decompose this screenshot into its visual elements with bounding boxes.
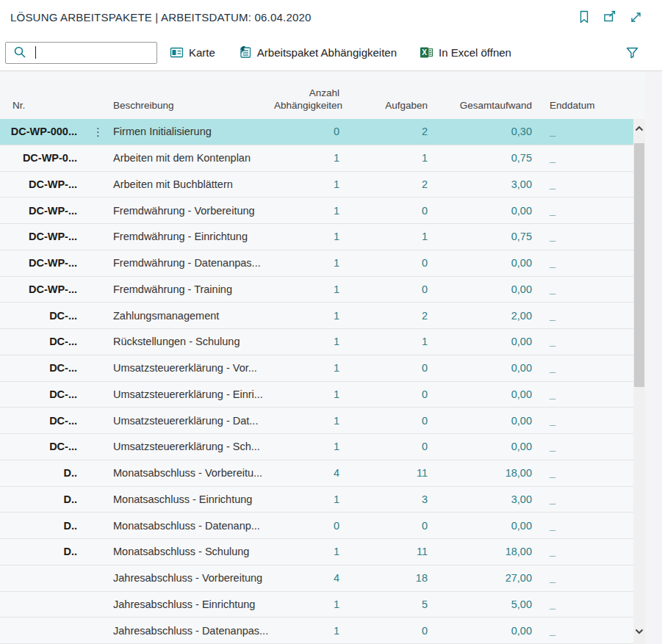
row-beschreibung[interactable]: Monatsabschluss - Datenanp... [107, 520, 274, 532]
row-enddatum[interactable]: _ [538, 310, 633, 322]
row-nr[interactable]: DC-WP-... [0, 231, 107, 242]
scroll-up-icon[interactable] [633, 122, 645, 135]
row-nr[interactable]: D.. [0, 493, 107, 505]
karte-button[interactable]: Karte [170, 46, 215, 59]
row-enddatum[interactable]: _ [538, 546, 633, 557]
row-nr[interactable]: DC-... [0, 336, 107, 347]
row-gesamtaufwand[interactable]: 0,75 [433, 152, 538, 164]
table-row[interactable]: DC-WP-...Fremdwährung - Training100,00_ [0, 277, 633, 303]
row-enddatum[interactable]: _ [538, 178, 633, 190]
table-row[interactable]: DC-WP-...Arbeiten mit Buchblättern123,00… [0, 172, 633, 198]
row-gesamtaufwand[interactable]: 0,00 [433, 441, 538, 452]
row-enddatum[interactable]: _ [538, 231, 633, 242]
row-nr[interactable]: DC-WP-... [0, 178, 107, 190]
row-aufgaben[interactable]: 18 [345, 572, 433, 584]
row-gesamtaufwand[interactable]: 0,30 [433, 126, 538, 137]
row-gesamtaufwand[interactable]: 27,00 [433, 572, 538, 584]
table-row[interactable]: DC-WP-000...⋮Firmen Initialisierung020,3… [0, 119, 633, 145]
table-row[interactable]: Jahresabschluss - Einrichtung155,00_ [0, 592, 633, 618]
row-gesamtaufwand[interactable]: 18,00 [433, 546, 538, 557]
row-anzahl-abhaengigkeiten[interactable]: 1 [274, 310, 345, 322]
row-nr[interactable]: DC-... [0, 388, 107, 400]
scrollbar-thumb[interactable] [634, 143, 644, 387]
table-row[interactable]: Jahresabschluss - Datenanpas...100,00_ [0, 618, 633, 644]
row-nr[interactable]: DC-... [0, 415, 107, 427]
row-aufgaben[interactable]: 0 [345, 205, 433, 217]
row-beschreibung[interactable]: Monatsabschluss - Vorbereitu... [107, 467, 274, 479]
row-anzahl-abhaengigkeiten[interactable]: 1 [274, 205, 345, 217]
table-row[interactable]: DC-WP-...Fremdwährung - Datenanpas...100… [0, 250, 633, 277]
row-gesamtaufwand[interactable]: 18,00 [433, 467, 538, 479]
vertical-scrollbar[interactable] [633, 71, 645, 644]
table-row[interactable]: D..Monatsabschluss - Schulung11118,00_ [0, 539, 633, 565]
row-options-icon[interactable]: ⋮ [90, 125, 107, 139]
row-anzahl-abhaengigkeiten[interactable]: 1 [274, 388, 345, 400]
row-beschreibung[interactable]: Monatsabschluss - Schulung [107, 546, 274, 557]
table-row[interactable]: D..Monatsabschluss - Vorbereitu...41118,… [0, 460, 633, 487]
row-aufgaben[interactable]: 3 [345, 493, 433, 505]
row-beschreibung[interactable]: Umsatzsteuererklärung - Einri... [107, 388, 274, 400]
row-enddatum[interactable]: _ [538, 415, 633, 427]
row-anzahl-abhaengigkeiten[interactable]: 1 [274, 415, 345, 427]
column-header-enddatum[interactable]: Enddatum [538, 100, 633, 112]
row-aufgaben[interactable]: 11 [345, 467, 433, 479]
row-gesamtaufwand[interactable]: 0,75 [433, 231, 538, 242]
row-beschreibung[interactable]: Umsatzsteuererklärung - Vor... [107, 362, 274, 374]
row-aufgaben[interactable]: 0 [345, 388, 433, 400]
row-anzahl-abhaengigkeiten[interactable]: 1 [274, 152, 345, 164]
row-beschreibung[interactable]: Fremdwährung - Datenanpas... [107, 257, 274, 269]
row-beschreibung[interactable]: Jahresabschluss - Einrichtung [107, 598, 274, 610]
row-beschreibung[interactable]: Zahlungsmanagement [107, 310, 274, 322]
row-gesamtaufwand[interactable]: 5,00 [433, 598, 538, 610]
row-gesamtaufwand[interactable]: 0,00 [433, 388, 538, 400]
row-gesamtaufwand[interactable]: 0,00 [433, 520, 538, 532]
in-excel-oeffnen-button[interactable]: X In Excel öffnen [420, 46, 511, 59]
column-header-anzahl-abhaengigkeiten[interactable]: Anzahl Abhängigkeiten [274, 87, 345, 112]
row-anzahl-abhaengigkeiten[interactable]: 1 [274, 283, 345, 295]
row-enddatum[interactable]: _ [538, 441, 633, 452]
filter-icon[interactable] [625, 46, 639, 60]
row-gesamtaufwand[interactable]: 3,00 [433, 178, 538, 190]
row-beschreibung[interactable]: Firmen Initialisierung [107, 126, 274, 137]
row-enddatum[interactable]: _ [538, 152, 633, 164]
row-enddatum[interactable]: _ [538, 205, 633, 217]
row-gesamtaufwand[interactable]: 2,00 [433, 310, 538, 322]
row-aufgaben[interactable]: 2 [345, 310, 433, 322]
row-nr[interactable]: DC-... [0, 441, 107, 452]
row-enddatum[interactable]: _ [538, 362, 633, 374]
scroll-down-icon[interactable] [633, 625, 645, 638]
row-anzahl-abhaengigkeiten[interactable]: 1 [274, 257, 345, 269]
row-beschreibung[interactable]: Arbeiten mit Buchblättern [107, 178, 274, 190]
open-in-new-window-icon[interactable] [602, 10, 617, 25]
row-gesamtaufwand[interactable]: 0,00 [433, 415, 538, 427]
row-nr[interactable]: DC-WP-... [0, 205, 107, 217]
column-header-aufgaben[interactable]: Aufgaben [345, 100, 433, 112]
row-beschreibung[interactable]: Rückstellungen - Schulung [107, 336, 274, 347]
row-anzahl-abhaengigkeiten[interactable]: 1 [274, 178, 345, 190]
expand-icon[interactable] [628, 10, 643, 25]
row-aufgaben[interactable]: 0 [345, 257, 433, 269]
row-enddatum[interactable]: _ [538, 625, 633, 637]
row-nr[interactable]: DC-WP-... [0, 257, 107, 269]
row-beschreibung[interactable]: Fremdwährung - Vorbereitung [107, 205, 274, 217]
row-aufgaben[interactable]: 1 [345, 152, 433, 164]
row-beschreibung[interactable]: Arbeiten mit dem Kontenplan [107, 152, 274, 164]
row-gesamtaufwand[interactable]: 0,00 [433, 625, 538, 637]
table-row[interactable]: DC-WP-...Fremdwährung - Einrichtung110,7… [0, 224, 633, 250]
table-row[interactable]: D..Monatsaschluss - Einrichtung133,00_ [0, 487, 633, 513]
row-anzahl-abhaengigkeiten[interactable]: 1 [274, 546, 345, 557]
row-anzahl-abhaengigkeiten[interactable]: 1 [274, 362, 345, 374]
table-row[interactable]: D..Monatsabschluss - Datenanp...000,00_ [0, 513, 633, 539]
row-aufgaben[interactable]: 5 [345, 598, 433, 610]
row-anzahl-abhaengigkeiten[interactable]: 4 [274, 467, 345, 479]
row-beschreibung[interactable]: Umsatzsteuererklärung - Dat... [107, 415, 274, 427]
row-nr[interactable]: D.. [0, 546, 107, 557]
row-aufgaben[interactable]: 0 [345, 362, 433, 374]
row-anzahl-abhaengigkeiten[interactable]: 4 [274, 572, 345, 584]
row-anzahl-abhaengigkeiten[interactable]: 1 [274, 493, 345, 505]
row-enddatum[interactable]: _ [538, 257, 633, 269]
row-aufgaben[interactable]: 1 [345, 336, 433, 347]
table-row[interactable]: DC-...Umsatzsteuererklärung - Sch...100,… [0, 434, 633, 460]
row-beschreibung[interactable]: Jahresabschluss - Vorbereitung [107, 572, 274, 584]
row-anzahl-abhaengigkeiten[interactable]: 0 [274, 126, 345, 137]
